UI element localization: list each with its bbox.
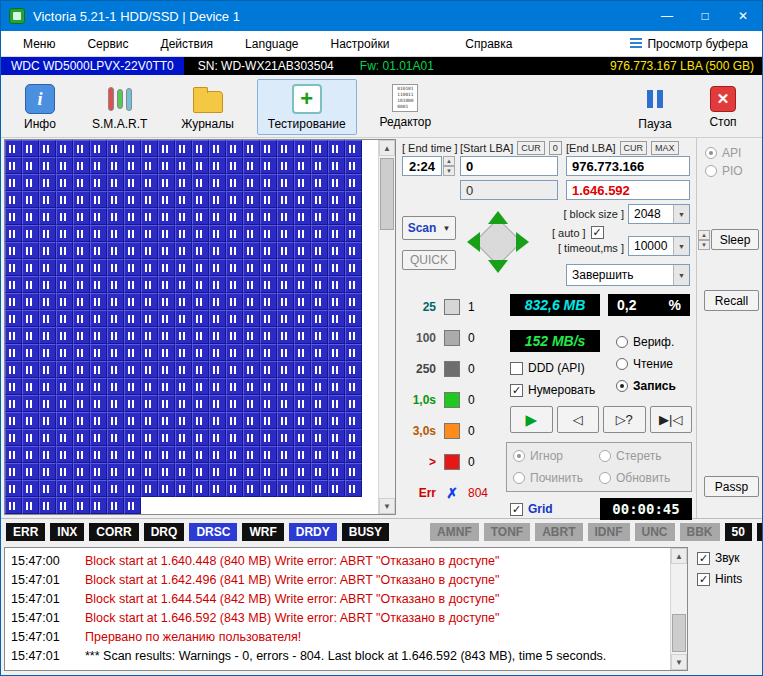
on-finish-select[interactable]: Завершить ▼ (566, 264, 690, 286)
legend-label: 3,0s (404, 424, 436, 438)
mode-write-option[interactable]: Запись (616, 379, 676, 393)
end-cur-button[interactable]: CUR (620, 141, 648, 155)
scan-block (124, 293, 141, 310)
status-flag-err: ERR (6, 523, 45, 541)
read-label: Чтение (633, 357, 673, 371)
smart-button[interactable]: S.M.A.R.T (81, 79, 158, 135)
testing-button[interactable]: + Тестирование (257, 79, 357, 135)
editor-button[interactable]: 010101 110011 101000 0001 Редактор (369, 79, 443, 133)
maximize-button[interactable]: □ (686, 1, 724, 31)
menu-item-menu[interactable]: Меню (7, 33, 71, 55)
legend-label: Err (404, 486, 436, 500)
scan-block (294, 225, 311, 242)
stop-button[interactable]: ✕ Стоп (694, 79, 752, 135)
scan-dropdown-button[interactable]: Scan ▼ (402, 216, 456, 240)
scroll-down-icon[interactable]: ▼ (379, 498, 395, 514)
journals-button[interactable]: Журналы (170, 79, 244, 135)
api-label: API (722, 146, 741, 160)
end-time-spinner[interactable]: ▲▼ (443, 156, 455, 176)
scan-block (22, 327, 39, 344)
end-max-button[interactable]: MAX (651, 141, 679, 155)
ddd-checkbox[interactable] (510, 362, 523, 375)
passp-button[interactable]: Passp (704, 476, 759, 497)
scan-block (260, 463, 277, 480)
scroll-up-icon[interactable]: ▲ (379, 140, 395, 156)
scroll-thumb[interactable] (672, 614, 686, 652)
start-zero-button[interactable]: 0 (549, 141, 562, 155)
read-radio[interactable] (616, 358, 628, 370)
nav-left-arrow[interactable] (467, 232, 480, 252)
scan-block (345, 208, 362, 225)
quick-button[interactable]: QUICK (402, 250, 456, 270)
scan-block (277, 191, 294, 208)
chevron-down-icon[interactable]: ▼ (673, 205, 689, 223)
buffer-view-button[interactable]: Просмотр буфера (622, 34, 756, 54)
scan-block (90, 293, 107, 310)
start-cur-button[interactable]: CUR (517, 141, 545, 155)
scan-block (22, 480, 39, 497)
scan-block (311, 446, 328, 463)
hints-option[interactable]: Hints (697, 572, 757, 586)
scan-block (328, 174, 345, 191)
device-model[interactable]: WDC WD5000LPVX-22V0TT0 (1, 57, 184, 75)
mode-read-option[interactable]: Чтение (616, 357, 673, 371)
map-scrollbar[interactable]: ▲ ▼ (378, 140, 395, 514)
grid-checkbox[interactable] (510, 503, 523, 516)
scan-block (124, 191, 141, 208)
scan-block (175, 225, 192, 242)
scan-block (107, 225, 124, 242)
end-time-field[interactable]: 2:24 (402, 156, 442, 176)
nav-up-arrow[interactable] (488, 211, 508, 224)
menu-item-language[interactable]: Language (229, 33, 314, 55)
menu-item-help[interactable]: Справка (449, 33, 528, 55)
chevron-down-icon[interactable]: ▼ (673, 265, 689, 285)
verify-radio[interactable] (616, 336, 628, 348)
block-size-select[interactable]: 2048 ▼ (628, 204, 690, 224)
info-button[interactable]: i Инфо (11, 79, 69, 135)
menu-item-actions[interactable]: Действия (145, 33, 230, 55)
jump-end-button[interactable]: ▶|◁ (650, 406, 693, 433)
grid-option[interactable]: Grid (510, 502, 553, 516)
end-lba-input[interactable]: 976.773.166 (566, 156, 690, 176)
scan-block (277, 395, 294, 412)
scan-block (345, 446, 362, 463)
menu-item-settings[interactable]: Настройки (315, 33, 406, 55)
sound-option[interactable]: Звук (697, 551, 757, 565)
numerate-checkbox[interactable] (510, 384, 523, 397)
sleep-spinner[interactable]: ▲▼ (698, 230, 710, 250)
pause-button[interactable]: Пауза (626, 79, 684, 135)
scan-block (294, 293, 311, 310)
scroll-up-icon[interactable]: ▲ (671, 548, 687, 564)
auto-checkbox[interactable] (591, 226, 604, 239)
mode-verify-option[interactable]: Вериф. (616, 335, 674, 349)
scan-block (192, 480, 209, 497)
minimize-button[interactable]: — (648, 1, 686, 31)
start-lba-input[interactable]: 0 (460, 156, 558, 176)
scan-block (90, 174, 107, 191)
log-time: 15:47:01 (11, 592, 65, 606)
menu-item-service[interactable]: Сервис (71, 33, 144, 55)
close-button[interactable]: ✕ (724, 1, 762, 31)
ddd-option[interactable]: DDD (API) (510, 361, 585, 375)
scroll-thumb[interactable] (380, 158, 394, 230)
scan-to-button[interactable]: ▷? (603, 406, 646, 433)
scan-block (158, 276, 175, 293)
scroll-down-icon[interactable]: ▼ (671, 654, 687, 670)
nav-down-arrow[interactable] (488, 260, 508, 273)
chevron-down-icon[interactable]: ▼ (673, 237, 689, 255)
log-scrollbar[interactable]: ▲ ▼ (670, 548, 687, 670)
recall-button[interactable]: Recall (704, 290, 759, 311)
scan-block (175, 293, 192, 310)
step-back-button[interactable]: ◁ (557, 406, 600, 433)
log-line: 15:47:00Block start at 1.640.448 (840 MB… (11, 551, 668, 570)
numerate-option[interactable]: Нумеровать (510, 383, 595, 397)
end-time-label: [ End time ] (402, 142, 458, 154)
info-label: Инфо (24, 117, 56, 131)
sleep-button[interactable]: Sleep (711, 229, 759, 250)
timeout-select[interactable]: 10000 ▼ (628, 236, 690, 256)
scan-block (5, 310, 22, 327)
hints-checkbox[interactable] (697, 573, 710, 586)
sound-checkbox[interactable] (697, 552, 710, 565)
start-scan-button[interactable]: ▶ (510, 406, 553, 433)
write-radio[interactable] (616, 380, 628, 392)
